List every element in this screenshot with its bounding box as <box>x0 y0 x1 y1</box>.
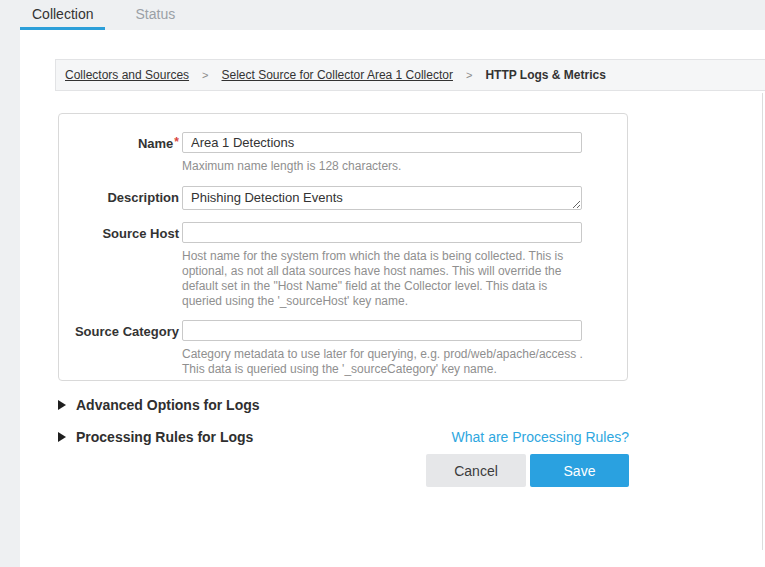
description-textarea[interactable]: Phishing Detection Events <box>182 186 582 210</box>
tab-collection[interactable]: Collection <box>20 0 105 30</box>
source-host-input[interactable] <box>182 222 582 243</box>
tab-collection-label: Collection <box>32 6 93 22</box>
name-input[interactable] <box>182 132 582 153</box>
name-label-text: Name <box>138 136 173 151</box>
breadcrumb-separator: > <box>466 69 472 81</box>
source-host-field-row: Source Host Host name for the system fro… <box>59 222 627 309</box>
tab-status-label: Status <box>135 6 175 22</box>
save-button[interactable]: Save <box>530 454 629 487</box>
breadcrumb-current-page: HTTP Logs & Metrics <box>485 68 605 82</box>
source-category-help-text: Category metadata to use later for query… <box>182 347 584 377</box>
source-category-field-row: Source Category Category metadata to use… <box>59 320 627 377</box>
advanced-options-label: Advanced Options for Logs <box>76 397 260 413</box>
section-processing-rules-toggle[interactable]: Processing Rules for Logs <box>58 429 253 445</box>
breadcrumb-link-select-source[interactable]: Select Source for Collector Area 1 Colle… <box>222 68 453 82</box>
cancel-button[interactable]: Cancel <box>426 454 526 487</box>
name-field-row: Name* Maximum name length is 128 charact… <box>59 132 627 174</box>
left-gutter <box>0 30 20 567</box>
breadcrumb: Collectors and Sources > Select Source f… <box>55 59 765 91</box>
scrollbar[interactable] <box>762 93 763 550</box>
required-asterisk: * <box>174 135 179 149</box>
form-actions: Cancel Save <box>58 454 629 487</box>
processing-rules-row: Processing Rules for Logs What are Proce… <box>58 429 629 445</box>
name-label: Name* <box>59 132 179 174</box>
source-category-input[interactable] <box>182 320 582 341</box>
tab-status[interactable]: Status <box>123 0 187 30</box>
tab-bar: Collection Status <box>0 0 765 30</box>
description-field-row: Description Phishing Detection Events <box>59 186 627 214</box>
what-are-processing-rules-link[interactable]: What are Processing Rules? <box>452 429 629 445</box>
breadcrumb-link-collectors-and-sources[interactable]: Collectors and Sources <box>65 68 189 82</box>
source-category-label: Source Category <box>59 320 179 377</box>
source-host-help-text: Host name for the system from which the … <box>182 249 584 309</box>
processing-rules-label: Processing Rules for Logs <box>76 429 253 445</box>
source-host-label: Source Host <box>59 222 179 309</box>
section-advanced-options-toggle[interactable]: Advanced Options for Logs <box>58 397 260 413</box>
advanced-options-row: Advanced Options for Logs <box>58 397 629 413</box>
description-label: Description <box>59 186 179 214</box>
source-config-form: Name* Maximum name length is 128 charact… <box>58 113 628 381</box>
name-help-text: Maximum name length is 128 characters. <box>182 159 584 174</box>
breadcrumb-separator: > <box>202 69 208 81</box>
page: Collection Status Collectors and Sources… <box>0 0 765 567</box>
triangle-right-icon <box>58 432 66 442</box>
triangle-right-icon <box>58 400 66 410</box>
